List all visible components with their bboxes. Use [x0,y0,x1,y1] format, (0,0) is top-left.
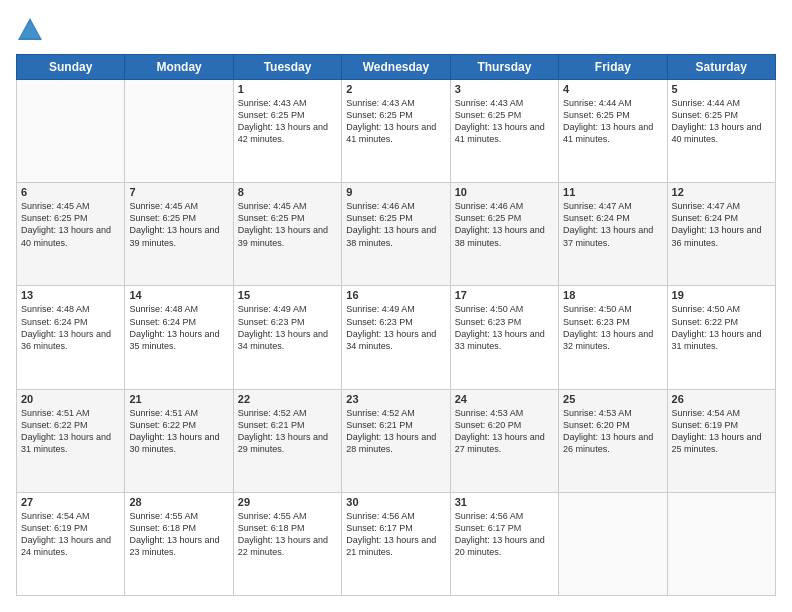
calendar-cell: 3Sunrise: 4:43 AM Sunset: 6:25 PM Daylig… [450,80,558,183]
day-number: 26 [672,393,771,405]
day-number: 8 [238,186,337,198]
calendar-cell: 8Sunrise: 4:45 AM Sunset: 6:25 PM Daylig… [233,183,341,286]
cell-info: Sunrise: 4:52 AM Sunset: 6:21 PM Dayligh… [238,407,337,456]
calendar-cell: 16Sunrise: 4:49 AM Sunset: 6:23 PM Dayli… [342,286,450,389]
calendar-week-row: 1Sunrise: 4:43 AM Sunset: 6:25 PM Daylig… [17,80,776,183]
cell-info: Sunrise: 4:46 AM Sunset: 6:25 PM Dayligh… [346,200,445,249]
day-number: 6 [21,186,120,198]
calendar-cell [667,492,775,595]
calendar-cell: 1Sunrise: 4:43 AM Sunset: 6:25 PM Daylig… [233,80,341,183]
day-number: 29 [238,496,337,508]
day-number: 28 [129,496,228,508]
cell-info: Sunrise: 4:50 AM Sunset: 6:23 PM Dayligh… [455,303,554,352]
cell-info: Sunrise: 4:47 AM Sunset: 6:24 PM Dayligh… [672,200,771,249]
calendar-cell: 29Sunrise: 4:55 AM Sunset: 6:18 PM Dayli… [233,492,341,595]
cell-info: Sunrise: 4:53 AM Sunset: 6:20 PM Dayligh… [563,407,662,456]
cell-info: Sunrise: 4:48 AM Sunset: 6:24 PM Dayligh… [129,303,228,352]
calendar-cell: 19Sunrise: 4:50 AM Sunset: 6:22 PM Dayli… [667,286,775,389]
calendar-cell: 21Sunrise: 4:51 AM Sunset: 6:22 PM Dayli… [125,389,233,492]
cell-info: Sunrise: 4:52 AM Sunset: 6:21 PM Dayligh… [346,407,445,456]
cell-info: Sunrise: 4:53 AM Sunset: 6:20 PM Dayligh… [455,407,554,456]
calendar-week-row: 6Sunrise: 4:45 AM Sunset: 6:25 PM Daylig… [17,183,776,286]
calendar-cell: 9Sunrise: 4:46 AM Sunset: 6:25 PM Daylig… [342,183,450,286]
day-number: 4 [563,83,662,95]
cell-info: Sunrise: 4:48 AM Sunset: 6:24 PM Dayligh… [21,303,120,352]
cell-info: Sunrise: 4:56 AM Sunset: 6:17 PM Dayligh… [455,510,554,559]
calendar-table: SundayMondayTuesdayWednesdayThursdayFrid… [16,54,776,596]
day-number: 31 [455,496,554,508]
cell-info: Sunrise: 4:49 AM Sunset: 6:23 PM Dayligh… [346,303,445,352]
cell-info: Sunrise: 4:44 AM Sunset: 6:25 PM Dayligh… [672,97,771,146]
day-number: 22 [238,393,337,405]
calendar-cell: 24Sunrise: 4:53 AM Sunset: 6:20 PM Dayli… [450,389,558,492]
calendar-cell: 11Sunrise: 4:47 AM Sunset: 6:24 PM Dayli… [559,183,667,286]
calendar-cell: 13Sunrise: 4:48 AM Sunset: 6:24 PM Dayli… [17,286,125,389]
day-number: 9 [346,186,445,198]
cell-info: Sunrise: 4:46 AM Sunset: 6:25 PM Dayligh… [455,200,554,249]
day-number: 18 [563,289,662,301]
day-number: 15 [238,289,337,301]
day-number: 5 [672,83,771,95]
calendar-cell: 28Sunrise: 4:55 AM Sunset: 6:18 PM Dayli… [125,492,233,595]
calendar-weekday-header: Saturday [667,55,775,80]
calendar-weekday-header: Tuesday [233,55,341,80]
day-number: 17 [455,289,554,301]
cell-info: Sunrise: 4:43 AM Sunset: 6:25 PM Dayligh… [455,97,554,146]
calendar-cell: 2Sunrise: 4:43 AM Sunset: 6:25 PM Daylig… [342,80,450,183]
calendar-cell: 26Sunrise: 4:54 AM Sunset: 6:19 PM Dayli… [667,389,775,492]
calendar-header-row: SundayMondayTuesdayWednesdayThursdayFrid… [17,55,776,80]
calendar-cell [559,492,667,595]
day-number: 2 [346,83,445,95]
day-number: 3 [455,83,554,95]
cell-info: Sunrise: 4:43 AM Sunset: 6:25 PM Dayligh… [238,97,337,146]
calendar-week-row: 27Sunrise: 4:54 AM Sunset: 6:19 PM Dayli… [17,492,776,595]
cell-info: Sunrise: 4:54 AM Sunset: 6:19 PM Dayligh… [672,407,771,456]
day-number: 23 [346,393,445,405]
calendar-cell: 15Sunrise: 4:49 AM Sunset: 6:23 PM Dayli… [233,286,341,389]
calendar-cell: 14Sunrise: 4:48 AM Sunset: 6:24 PM Dayli… [125,286,233,389]
calendar-cell: 4Sunrise: 4:44 AM Sunset: 6:25 PM Daylig… [559,80,667,183]
cell-info: Sunrise: 4:44 AM Sunset: 6:25 PM Dayligh… [563,97,662,146]
day-number: 27 [21,496,120,508]
cell-info: Sunrise: 4:49 AM Sunset: 6:23 PM Dayligh… [238,303,337,352]
day-number: 14 [129,289,228,301]
calendar-cell: 25Sunrise: 4:53 AM Sunset: 6:20 PM Dayli… [559,389,667,492]
logo-icon [16,16,44,44]
cell-info: Sunrise: 4:56 AM Sunset: 6:17 PM Dayligh… [346,510,445,559]
svg-marker-1 [20,22,40,38]
cell-info: Sunrise: 4:55 AM Sunset: 6:18 PM Dayligh… [129,510,228,559]
day-number: 19 [672,289,771,301]
calendar-cell: 6Sunrise: 4:45 AM Sunset: 6:25 PM Daylig… [17,183,125,286]
calendar-cell: 20Sunrise: 4:51 AM Sunset: 6:22 PM Dayli… [17,389,125,492]
day-number: 7 [129,186,228,198]
page: SundayMondayTuesdayWednesdayThursdayFrid… [0,0,792,612]
cell-info: Sunrise: 4:47 AM Sunset: 6:24 PM Dayligh… [563,200,662,249]
calendar-cell [125,80,233,183]
cell-info: Sunrise: 4:51 AM Sunset: 6:22 PM Dayligh… [129,407,228,456]
cell-info: Sunrise: 4:45 AM Sunset: 6:25 PM Dayligh… [21,200,120,249]
day-number: 1 [238,83,337,95]
logo [16,16,48,44]
day-number: 30 [346,496,445,508]
calendar-cell: 5Sunrise: 4:44 AM Sunset: 6:25 PM Daylig… [667,80,775,183]
calendar-cell: 18Sunrise: 4:50 AM Sunset: 6:23 PM Dayli… [559,286,667,389]
cell-info: Sunrise: 4:43 AM Sunset: 6:25 PM Dayligh… [346,97,445,146]
calendar-weekday-header: Friday [559,55,667,80]
day-number: 10 [455,186,554,198]
calendar-week-row: 20Sunrise: 4:51 AM Sunset: 6:22 PM Dayli… [17,389,776,492]
calendar-cell: 22Sunrise: 4:52 AM Sunset: 6:21 PM Dayli… [233,389,341,492]
calendar-cell: 30Sunrise: 4:56 AM Sunset: 6:17 PM Dayli… [342,492,450,595]
cell-info: Sunrise: 4:45 AM Sunset: 6:25 PM Dayligh… [238,200,337,249]
calendar-weekday-header: Wednesday [342,55,450,80]
day-number: 16 [346,289,445,301]
day-number: 20 [21,393,120,405]
calendar-cell: 7Sunrise: 4:45 AM Sunset: 6:25 PM Daylig… [125,183,233,286]
calendar-cell: 10Sunrise: 4:46 AM Sunset: 6:25 PM Dayli… [450,183,558,286]
day-number: 11 [563,186,662,198]
header [16,16,776,44]
cell-info: Sunrise: 4:51 AM Sunset: 6:22 PM Dayligh… [21,407,120,456]
calendar-weekday-header: Thursday [450,55,558,80]
calendar-cell: 17Sunrise: 4:50 AM Sunset: 6:23 PM Dayli… [450,286,558,389]
calendar-cell [17,80,125,183]
day-number: 12 [672,186,771,198]
